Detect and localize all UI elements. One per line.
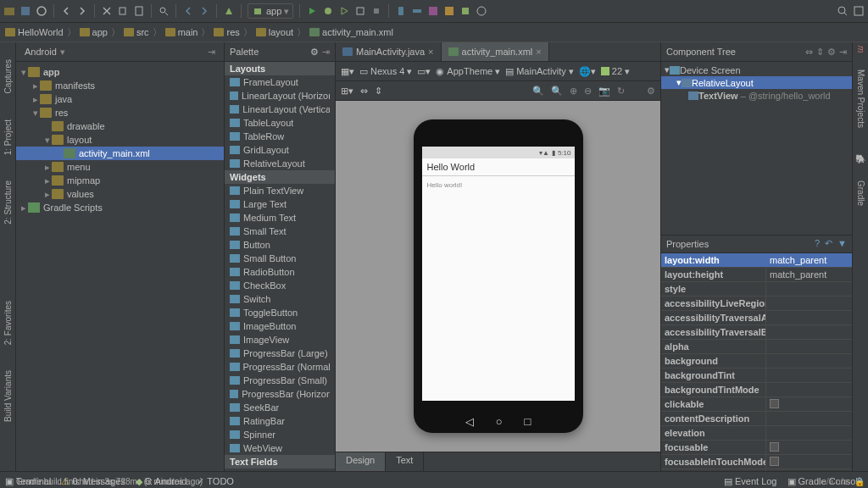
palette-item[interactable]: TableRow	[225, 130, 335, 143]
palette-list[interactable]: LayoutsFrameLayoutLinearLayout (Horizont…	[225, 62, 335, 471]
palette-item[interactable]: ProgressBar (Horizontal)	[225, 387, 335, 401]
palette-item[interactable]: ToggleButton	[225, 306, 335, 319]
shrink-icon[interactable]: ⇕	[375, 86, 382, 97]
palette-item[interactable]: Small Button	[225, 252, 335, 265]
module-selector[interactable]: app ▾	[248, 3, 293, 19]
tab-mainactivity[interactable]: MainActivity.java×	[336, 42, 442, 61]
palette-item[interactable]: Button	[225, 238, 335, 252]
palette-item[interactable]: ProgressBar (Small)	[225, 374, 335, 387]
toggle-grid-icon[interactable]: ⊞▾	[341, 86, 353, 97]
property-row[interactable]: backgroundTintMode	[661, 383, 852, 397]
zoom-actual-icon[interactable]: 🔍	[551, 86, 563, 97]
palette-item[interactable]: Spinner	[225, 428, 335, 441]
bc-0[interactable]: HelloWorld	[3, 27, 65, 37]
property-row[interactable]: clickable	[661, 397, 852, 412]
tool-gradle-label[interactable]: Gradle	[856, 180, 865, 206]
palette-item[interactable]: ImageButton	[225, 319, 335, 333]
undo-icon[interactable]	[60, 5, 72, 17]
property-row[interactable]: alpha	[661, 340, 852, 354]
palette-item[interactable]: Small Text	[225, 225, 335, 238]
paste-icon[interactable]	[133, 5, 145, 17]
tool-captures[interactable]: Captures	[3, 59, 13, 94]
open-icon[interactable]	[3, 5, 15, 17]
property-row[interactable]: accessibilityTraversalAfter	[661, 311, 852, 325]
tool-maven[interactable]: Maven Projects	[856, 69, 865, 128]
save-icon[interactable]	[19, 5, 31, 17]
device-selector[interactable]: ▭ Nexus 4▾	[359, 66, 412, 77]
palette-item[interactable]: Medium Text	[225, 211, 335, 225]
autoscroll-icon[interactable]: ⇥	[208, 47, 215, 58]
render-options[interactable]: ▦▾	[341, 66, 354, 77]
palette-item[interactable]: LinearLayout (Horizontal)	[225, 89, 335, 103]
tool-structure[interactable]: 2: Structure	[3, 180, 13, 225]
palette-category[interactable]: Layouts	[225, 62, 335, 75]
cut-icon[interactable]	[101, 5, 113, 17]
close-icon[interactable]: ×	[428, 47, 433, 57]
back-icon[interactable]	[182, 5, 194, 17]
bc-4[interactable]: res	[212, 27, 241, 37]
tool-build-variants[interactable]: Build Variants	[3, 370, 13, 422]
sdk-icon[interactable]	[411, 5, 423, 17]
palette-item[interactable]: RatingBar	[225, 414, 335, 428]
reset-icon[interactable]: ↶	[825, 238, 832, 249]
zoom-fit-icon[interactable]: 🔍	[532, 86, 544, 97]
tool-project[interactable]: 1: Project	[3, 119, 13, 155]
property-row[interactable]: layout:heightmatch_parent	[661, 268, 852, 282]
property-row[interactable]: layout:widthmatch_parent	[661, 253, 852, 268]
refresh-icon[interactable]: ↻	[617, 86, 625, 97]
lock-icon[interactable]: 🔒	[854, 477, 865, 486]
sync-icon[interactable]	[36, 5, 47, 17]
palette-item[interactable]: CheckBox	[225, 279, 335, 292]
orientation-selector[interactable]: ▭▾	[417, 66, 431, 77]
property-row[interactable]: gravity[]	[661, 469, 852, 472]
forward-icon[interactable]	[198, 5, 210, 17]
project-tree[interactable]: ▾app ▸manifests ▸java ▾res drawable ▾lay…	[16, 62, 224, 471]
make-icon[interactable]	[223, 5, 235, 17]
bc-6[interactable]: activity_main.xml	[308, 27, 395, 37]
t1-icon[interactable]	[443, 5, 455, 17]
palette-category[interactable]: Text Fields	[225, 455, 335, 469]
zoom-in-icon[interactable]: ⊕	[570, 86, 577, 97]
property-row[interactable]: elevation	[661, 426, 852, 441]
palette-gear-icon[interactable]: ⚙	[310, 47, 319, 58]
property-row[interactable]: accessibilityTraversalBefore	[661, 325, 852, 340]
search-everywhere-icon[interactable]	[837, 5, 849, 17]
properties-table[interactable]: layout:widthmatch_parentlayout:heightmat…	[661, 253, 852, 472]
palette-item[interactable]: RadioButton	[225, 265, 335, 279]
palette-item[interactable]: Switch	[225, 292, 335, 306]
settings-icon[interactable]: ⚙	[647, 86, 655, 97]
api-selector[interactable]: 22▾	[601, 66, 630, 77]
redo-icon[interactable]	[76, 5, 88, 17]
palette-item[interactable]: SeekBar	[225, 401, 335, 414]
bc-5[interactable]: layout	[254, 27, 295, 37]
palette-item[interactable]: Plain TextView	[225, 184, 335, 197]
screenshot-icon[interactable]: 📷	[598, 86, 610, 97]
palette-item[interactable]: ProgressBar (Normal)	[225, 360, 335, 374]
find-icon[interactable]	[158, 5, 170, 17]
copy-icon[interactable]	[117, 5, 129, 17]
property-row[interactable]: accessibilityLiveRegion	[661, 297, 852, 311]
locale-selector[interactable]: 🌐▾	[579, 66, 596, 77]
tool-favorites[interactable]: 2: Favorites	[3, 301, 13, 345]
property-row[interactable]: backgroundTint	[661, 369, 852, 383]
avd-icon[interactable]	[395, 5, 407, 17]
theme-selector[interactable]: ◉AppTheme▾	[436, 66, 500, 77]
activity-selector[interactable]: ▤MainActivity▾	[505, 66, 574, 77]
help-icon[interactable]: ?	[815, 238, 820, 249]
scope-selector[interactable]: Android	[25, 47, 57, 57]
property-row[interactable]: focusableInTouchMode	[661, 455, 852, 469]
palette-item[interactable]: Large Text	[225, 197, 335, 211]
tab-design[interactable]: Design	[336, 452, 386, 471]
run2-icon[interactable]	[338, 5, 350, 17]
bc-2[interactable]: src	[122, 27, 151, 37]
tool-event-log[interactable]: ▤ Event Log	[724, 476, 777, 487]
palette-item[interactable]: FrameLayout	[225, 75, 335, 89]
stop-icon[interactable]	[370, 5, 382, 17]
bc-3[interactable]: main	[164, 27, 200, 37]
property-row[interactable]: style	[661, 282, 852, 297]
property-row[interactable]: contentDescription	[661, 412, 852, 426]
palette-item[interactable]: GridLayout	[225, 143, 335, 157]
palette-item[interactable]: ImageView	[225, 333, 335, 347]
collapse-icon[interactable]	[853, 5, 865, 17]
layout-preview[interactable]: ▾▲▮5:10 Hello World Hello world! ◁○□	[336, 101, 660, 452]
